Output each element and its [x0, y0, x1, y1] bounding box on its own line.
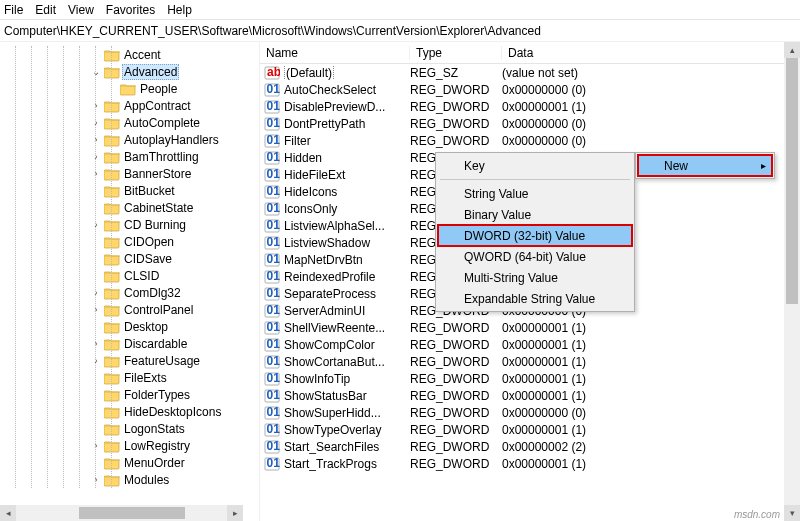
tree-item-cd-burning[interactable]: ›CD Burning — [0, 216, 259, 233]
context-item-key[interactable]: Key — [438, 155, 632, 176]
folder-icon — [104, 269, 120, 283]
folder-icon — [104, 65, 120, 79]
value-row[interactable]: 011DontPrettyPathREG_DWORD0x00000000 (0) — [260, 115, 800, 132]
tree-item-featureusage[interactable]: ›FeatureUsage — [0, 352, 259, 369]
svg-text:011: 011 — [267, 134, 281, 147]
value-name: ShowCortanaBut... — [280, 355, 410, 369]
value-row[interactable]: 011ShowSuperHidd...REG_DWORD0x00000000 (… — [260, 404, 800, 421]
tree-item-cidsave[interactable]: ›CIDSave — [0, 250, 259, 267]
tree-item-bamthrottling[interactable]: ›BamThrottling — [0, 148, 259, 165]
chevron-right-icon[interactable]: › — [90, 355, 102, 366]
tree-item-people[interactable]: ›People — [0, 80, 259, 97]
tree-item-desktop[interactable]: ›Desktop — [0, 318, 259, 335]
menu-help[interactable]: Help — [167, 3, 192, 17]
menu-edit[interactable]: Edit — [35, 3, 56, 17]
tree-item-hidedesktopicons[interactable]: ›HideDesktopIcons — [0, 403, 259, 420]
value-row[interactable]: 011ShowStatusBarREG_DWORD0x00000001 (1) — [260, 387, 800, 404]
value-row[interactable]: 011ShowCortanaBut...REG_DWORD0x00000001 … — [260, 353, 800, 370]
menu-favorites[interactable]: Favorites — [106, 3, 155, 17]
chevron-right-icon[interactable]: › — [90, 338, 102, 349]
value-data: 0x00000001 (1) — [502, 423, 800, 437]
value-row[interactable]: 011Start_TrackProgsREG_DWORD0x00000001 (… — [260, 455, 800, 472]
context-item-expandable-string-value[interactable]: Expandable String Value — [438, 288, 632, 309]
scroll-right-button[interactable]: ▸ — [227, 505, 243, 521]
dword-value-icon: 011 — [264, 253, 280, 267]
tree-scroll-h[interactable]: ◂ ▸ — [0, 505, 243, 521]
tree-item-cidopen[interactable]: ›CIDOpen — [0, 233, 259, 250]
tree-item-controlpanel[interactable]: ›ControlPanel — [0, 301, 259, 318]
chevron-right-icon[interactable]: › — [90, 100, 102, 111]
tree-item-modules[interactable]: ›Modules — [0, 471, 259, 488]
dword-value-icon: 011 — [264, 406, 280, 420]
address-bar[interactable]: Computer\HKEY_CURRENT_USER\Software\Micr… — [0, 20, 800, 42]
tree-item-appcontract[interactable]: ›AppContract — [0, 97, 259, 114]
value-name: SeparateProcess — [280, 287, 410, 301]
value-list[interactable]: Name Type Data ab(Default)REG_SZ(value n… — [260, 42, 800, 521]
tree-item-fileexts[interactable]: ›FileExts — [0, 369, 259, 386]
tree-item-label: AutoComplete — [122, 116, 202, 130]
menu-file[interactable]: File — [4, 3, 23, 17]
tree-item-label: BitBucket — [122, 184, 177, 198]
column-headers[interactable]: Name Type Data — [260, 42, 800, 64]
tree-item-advanced[interactable]: ⌄Advanced — [0, 63, 259, 80]
chevron-right-icon[interactable]: › — [90, 117, 102, 128]
value-type: REG_DWORD — [410, 117, 502, 131]
tree-item-bannerstore[interactable]: ›BannerStore — [0, 165, 259, 182]
context-item-new[interactable]: New ▸ — [638, 155, 772, 176]
tree-item-menuorder[interactable]: ›MenuOrder — [0, 454, 259, 471]
folder-icon — [104, 201, 120, 215]
tree-item-comdlg32[interactable]: ›ComDlg32 — [0, 284, 259, 301]
chevron-right-icon[interactable]: › — [90, 151, 102, 162]
context-item-multi-string-value[interactable]: Multi-String Value — [438, 267, 632, 288]
value-row[interactable]: ab(Default)REG_SZ(value not set) — [260, 64, 800, 81]
context-menu[interactable]: New ▸ — [635, 152, 775, 179]
folder-icon — [104, 99, 120, 113]
col-data[interactable]: Data — [502, 46, 800, 60]
value-name: Start_SearchFiles — [280, 440, 410, 454]
value-row[interactable]: 011ShowTypeOverlayREG_DWORD0x00000001 (1… — [260, 421, 800, 438]
context-item-string-value[interactable]: String Value — [438, 183, 632, 204]
value-data: 0x00000001 (1) — [502, 355, 800, 369]
value-row[interactable]: 011ShellViewReente...REG_DWORD0x00000001… — [260, 319, 800, 336]
dword-value-icon: 011 — [264, 100, 280, 114]
scroll-up-button[interactable]: ▴ — [784, 42, 800, 58]
value-row[interactable]: 011DisablePreviewD...REG_DWORD0x00000001… — [260, 98, 800, 115]
key-tree[interactable]: ›Accent⌄Advanced›People›AppContract›Auto… — [0, 42, 260, 521]
context-submenu-new[interactable]: KeyString ValueBinary ValueDWORD (32-bit… — [435, 152, 635, 312]
chevron-down-icon[interactable]: ⌄ — [90, 66, 102, 77]
menu-view[interactable]: View — [68, 3, 94, 17]
tree-item-clsid[interactable]: ›CLSID — [0, 267, 259, 284]
chevron-right-icon[interactable]: › — [90, 304, 102, 315]
context-item-dword-32-bit-value[interactable]: DWORD (32-bit) Value — [438, 225, 632, 246]
context-item-binary-value[interactable]: Binary Value — [438, 204, 632, 225]
tree-item-label: CabinetState — [122, 201, 195, 215]
value-row[interactable]: 011ShowCompColorREG_DWORD0x00000001 (1) — [260, 336, 800, 353]
tree-item-label: Discardable — [122, 337, 189, 351]
value-row[interactable]: 011ShowInfoTipREG_DWORD0x00000001 (1) — [260, 370, 800, 387]
tree-item-accent[interactable]: ›Accent — [0, 46, 259, 63]
chevron-right-icon[interactable]: › — [90, 219, 102, 230]
tree-item-discardable[interactable]: ›Discardable — [0, 335, 259, 352]
value-row[interactable]: 011AutoCheckSelectREG_DWORD0x00000000 (0… — [260, 81, 800, 98]
col-name[interactable]: Name — [260, 46, 410, 60]
folder-icon — [104, 456, 120, 470]
list-scroll-v[interactable]: ▴ ▾ — [784, 42, 800, 521]
tree-item-foldertypes[interactable]: ›FolderTypes — [0, 386, 259, 403]
chevron-right-icon[interactable]: › — [90, 287, 102, 298]
tree-item-logonstats[interactable]: ›LogonStats — [0, 420, 259, 437]
col-type[interactable]: Type — [410, 46, 502, 60]
value-row[interactable]: 011Start_SearchFilesREG_DWORD0x00000002 … — [260, 438, 800, 455]
scroll-down-button[interactable]: ▾ — [784, 505, 800, 521]
chevron-right-icon[interactable]: › — [90, 474, 102, 485]
context-item-qword-64-bit-value[interactable]: QWORD (64-bit) Value — [438, 246, 632, 267]
tree-item-cabinetstate[interactable]: ›CabinetState — [0, 199, 259, 216]
tree-item-bitbucket[interactable]: ›BitBucket — [0, 182, 259, 199]
tree-item-autocomplete[interactable]: ›AutoComplete — [0, 114, 259, 131]
value-row[interactable]: 011FilterREG_DWORD0x00000000 (0) — [260, 132, 800, 149]
chevron-right-icon[interactable]: › — [90, 134, 102, 145]
chevron-right-icon[interactable]: › — [90, 440, 102, 451]
tree-item-lowregistry[interactable]: ›LowRegistry — [0, 437, 259, 454]
chevron-right-icon[interactable]: › — [90, 168, 102, 179]
scroll-left-button[interactable]: ◂ — [0, 505, 16, 521]
tree-item-autoplayhandlers[interactable]: ›AutoplayHandlers — [0, 131, 259, 148]
